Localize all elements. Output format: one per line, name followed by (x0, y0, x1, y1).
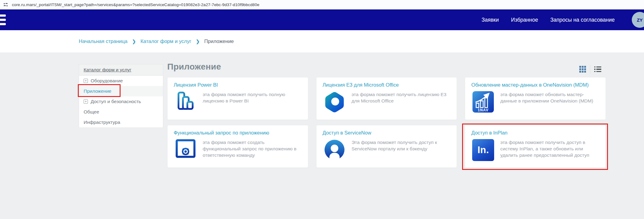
sidebar-item-label: Оборудование (91, 78, 123, 84)
app-gear-icon (174, 139, 197, 160)
inplan-badge-text: In. (472, 139, 494, 161)
powerbi-icon (174, 91, 197, 113)
browser-tab-icon[interactable] (4, 3, 8, 6)
expand-plus-icon[interactable]: + (84, 79, 88, 83)
expand-plus-icon[interactable]: + (84, 99, 88, 104)
content-area: Каталог форм и услуг + Оборудование Прил… (0, 52, 644, 219)
breadcrumb-separator-icon: ❯ (196, 39, 200, 44)
toggle-divider (590, 65, 590, 74)
view-toggles (579, 65, 601, 74)
card-description: эта форма поможет обновить мастер-данные… (500, 91, 599, 113)
user-avatar[interactable]: ZY (632, 12, 644, 28)
card-office-e3-license[interactable]: Лицензия E3 для Microsoft Office эта фор… (316, 77, 457, 120)
card-description: эта форма поможет создать функциональный… (203, 139, 302, 160)
sidebar-item-label: Инфраструктура (84, 120, 120, 125)
card-onenavision-mdm[interactable]: Обновление мастер-данных в OneNavision (… (465, 77, 606, 120)
card-powerbi-license[interactable]: Лицензия Power BI эта форма помож (167, 77, 308, 120)
sidebar-item-application[interactable]: Приложение (79, 86, 163, 96)
card-title-link[interactable]: Лицензия E3 для Microsoft Office (323, 82, 451, 88)
card-title-link[interactable]: Доступ в ServiceNow (323, 130, 451, 136)
onenavision-badge-text: 1NAV (478, 108, 489, 112)
card-title-link[interactable]: Доступ в InPlan (471, 130, 599, 136)
servicenow-icon (323, 139, 346, 161)
breadcrumb-separator-icon: ❯ (132, 39, 136, 44)
nav-link-favorites[interactable]: Избранное (511, 17, 538, 23)
nav-link-requests[interactable]: Заявки (482, 17, 499, 23)
nav-link-approvals[interactable]: Запросы на согласование (550, 17, 615, 23)
sidebar-header: Каталог форм и услуг (79, 64, 163, 76)
card-description: эта форма поможет получить лицензию E3 д… (352, 91, 451, 113)
sidebar-item-general[interactable]: Общее (79, 107, 163, 117)
breadcrumb-current: Приложение (204, 38, 234, 44)
inplan-icon: In. (471, 139, 495, 161)
page-title: Приложение (167, 62, 221, 72)
sidebar-item-infrastructure[interactable]: Инфраструктура (79, 117, 163, 127)
service-cards-grid: Лицензия Power BI эта форма помож (167, 77, 606, 168)
list-view-icon[interactable] (594, 66, 601, 72)
sidebar-item-label: Приложение (84, 88, 111, 94)
hamburger-menu-icon[interactable] (0, 15, 6, 25)
card-title-link[interactable]: Лицензия Power BI (174, 82, 302, 88)
card-title-link[interactable]: Обновление мастер-данных в OneNavision (… (471, 82, 599, 88)
grid-view-icon[interactable] (579, 66, 586, 73)
card-inplan-access[interactable]: Доступ в InPlan In. эта форма поможет по… (465, 125, 606, 168)
breadcrumb-catalog[interactable]: Каталог форм и услуг (140, 38, 191, 44)
onenavision-icon: 1NAV (471, 91, 495, 113)
card-servicenow-access[interactable]: Доступ в ServiceNow Эта форма поможет по… (316, 125, 457, 168)
card-description: эта форма поможет получить полную лиценз… (203, 91, 302, 113)
breadcrumb: Начальная страница ❯ Каталог форм и услу… (0, 30, 644, 52)
microsoft-office-icon (323, 91, 346, 113)
card-title-link[interactable]: Функциональный запрос по приложению (174, 130, 302, 136)
card-description: Эта форма поможет получить доступ к Serv… (352, 139, 451, 161)
sidebar-header-link[interactable]: Каталог форм и услуг (84, 67, 131, 72)
nav-links: Заявки Избранное Запросы на согласование (482, 17, 615, 23)
sidebar-item-equipment[interactable]: + Оборудование (79, 76, 163, 86)
catalog-sidebar: Каталог форм и услуг + Оборудование Прил… (79, 64, 163, 128)
sidebar-item-label: Доступ и безопасность (91, 99, 141, 104)
browser-url-bar: core.ru.mars/_portal/ITSM/_start_page?pa… (0, 0, 644, 9)
top-navbar: Заявки Избранное Запросы на согласование… (0, 9, 644, 30)
sidebar-item-label: Общее (84, 109, 99, 115)
breadcrumb-home[interactable]: Начальная страница (79, 38, 128, 44)
sidebar-item-access-security[interactable]: + Доступ и безопасность (79, 96, 163, 107)
card-description: эта форма поможет получить доступ в сист… (500, 139, 599, 161)
card-functional-request[interactable]: Функциональный запрос по приложению (167, 125, 308, 168)
url-text[interactable]: core.ru.mars/_portal/ITSM/_start_page?pa… (12, 2, 259, 7)
